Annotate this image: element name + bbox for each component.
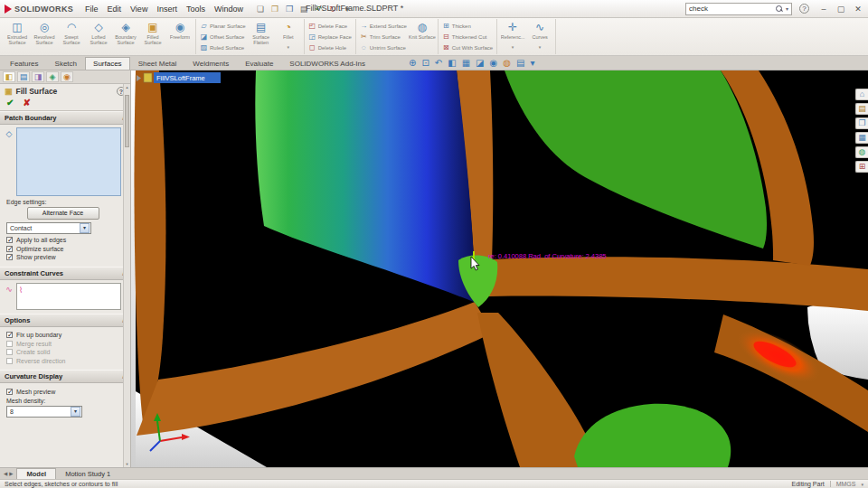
file-explorer-icon[interactable]: ❐ — [855, 117, 868, 129]
tab-scroll-left-icon[interactable]: ◀ — [4, 471, 7, 476]
ribbon-button[interactable]: ◰ Delete Face — [307, 21, 354, 32]
menu-item[interactable]: Tools — [182, 3, 210, 15]
section-header-curvature-display[interactable]: Curvature Display — [0, 370, 130, 383]
checkbox[interactable]: Fix up boundary — [6, 332, 121, 338]
search-icon[interactable] — [776, 5, 783, 13]
ribbon-button[interactable]: ◇ Lofted Surface — [85, 19, 112, 54]
commandmanager-tab[interactable]: Evaluate — [237, 57, 281, 70]
help-icon[interactable]: ? — [799, 4, 809, 14]
zoom-area-icon[interactable]: ⊡ — [421, 58, 429, 69]
flyout-feature-tree[interactable]: FillVSLoftFrame — [137, 72, 221, 83]
ribbon-button[interactable]: ◫ Extruded Surface — [4, 19, 31, 54]
units-label[interactable]: MMGS — [836, 481, 856, 487]
scrollbar-thumb[interactable] — [125, 95, 129, 147]
ok-button[interactable]: ✔ — [6, 98, 14, 108]
featuremanager-tab-icon[interactable]: ▤ — [17, 71, 30, 82]
menu-item[interactable]: Insert — [152, 3, 182, 15]
edit-appearance-icon[interactable]: ◍ — [503, 58, 511, 69]
tab-scroll-right-icon[interactable]: ▶ — [9, 471, 13, 476]
dock-tab[interactable]: Motion Study 1 — [56, 468, 119, 479]
menu-item[interactable]: File — [80, 3, 103, 15]
commandmanager-tab[interactable]: Surfaces — [85, 57, 130, 70]
ribbon-button[interactable]: ◌ Untrim Surface — [358, 42, 409, 53]
design-library-icon[interactable]: ▤ — [855, 103, 868, 115]
section-view-icon[interactable]: ◧ — [448, 58, 456, 69]
display-manager-tab-icon[interactable]: ◉ — [61, 71, 73, 82]
curvature-control-select[interactable]: Contact ▾ — [6, 222, 91, 234]
ribbon-button[interactable]: ✛ Referenc... ▾ — [499, 19, 526, 54]
section-header-constraint-curves[interactable]: Constraint Curves — [0, 267, 130, 280]
checkbox[interactable]: Apply to all edges — [6, 237, 121, 243]
ribbon-button[interactable]: ▤ Surface Flatten — [248, 19, 275, 54]
ribbon-button[interactable]: ▱ Planar Surface — [198, 21, 248, 32]
search-input[interactable] — [689, 5, 773, 13]
ribbon-button[interactable]: ◎ Revolved Surface — [31, 19, 58, 54]
search-chevron-down-icon[interactable]: ▾ — [786, 5, 788, 12]
scroll-up-icon[interactable]: ▲ — [126, 85, 129, 89]
checkbox[interactable]: Show preview — [6, 254, 121, 260]
ribbon-button[interactable]: ✂ Trim Surface — [358, 32, 409, 42]
ribbon-button[interactable]: ◔ Fillet ▾ — [275, 19, 302, 54]
menu-item[interactable]: Edit — [103, 3, 127, 15]
save-icon[interactable]: ❒ — [284, 5, 295, 14]
custom-properties-icon[interactable]: ⊞ — [855, 161, 868, 173]
mesh-density-select[interactable]: 8 ▾ — [6, 406, 82, 418]
graphics-viewport[interactable]: re: 0.410088 Rad. of Curvature: 2.4385 F… — [131, 70, 868, 467]
ribbon-button[interactable]: ◪ Offset Surface — [198, 32, 248, 42]
commandmanager-tab[interactable]: Features — [2, 57, 47, 70]
checkbox[interactable]: Reverse direction — [6, 358, 121, 364]
checkbox[interactable]: Mesh preview — [6, 389, 121, 395]
minimize-icon[interactable]: – — [818, 5, 829, 14]
hide-show-icon[interactable]: ◉ — [490, 58, 498, 69]
view-orientation-icon[interactable]: ▦ — [462, 58, 470, 69]
menu-item[interactable]: Window — [210, 3, 248, 15]
dimxpert-tab-icon[interactable]: ◈ — [46, 71, 59, 82]
zoom-fit-icon[interactable]: ⊕ — [409, 58, 416, 69]
menu-item[interactable]: View — [126, 3, 152, 15]
ribbon-button[interactable]: ◉ Freeform — [166, 19, 193, 54]
dock-tab[interactable]: Model — [16, 468, 56, 479]
solidworks-resources-icon[interactable]: ⌂ — [855, 89, 868, 100]
panel-scrollbar[interactable]: ▲ ▼ — [123, 84, 130, 467]
previous-view-icon[interactable]: ↶ — [435, 58, 442, 69]
ribbon-button[interactable]: ◻ Delete Hole — [307, 42, 354, 53]
view-settings-icon[interactable]: ▾ — [530, 58, 534, 69]
ribbon-button[interactable]: ◈ Boundary Surface — [112, 19, 139, 54]
apply-scene-icon[interactable]: ▤ — [516, 58, 524, 69]
checkbox[interactable]: Create solid — [6, 349, 121, 355]
constraint-curves-selection-list[interactable]: ⌇ — [16, 283, 121, 310]
commandmanager-tab[interactable]: Weldments — [184, 57, 237, 70]
commandmanager-tab[interactable]: SOLIDWORKS Add-Ins — [281, 57, 373, 70]
ribbon-button[interactable]: → Extend Surface — [358, 21, 409, 32]
flyout-part-name[interactable]: FillVSLoftFrame — [156, 74, 205, 82]
ribbon-button[interactable]: ◠ Swept Surface — [58, 19, 85, 54]
cancel-button[interactable]: ✘ — [23, 98, 30, 108]
display-style-icon[interactable]: ◪ — [476, 58, 484, 69]
units-chevron-icon[interactable]: ▾ — [861, 482, 863, 487]
commandmanager-tab[interactable]: Sketch — [47, 57, 85, 70]
section-header-patch-boundary[interactable]: Patch Boundary — [0, 111, 130, 125]
ribbon-button[interactable]: ◲ Replace Face — [307, 32, 354, 42]
section-header-options[interactable]: Options — [0, 314, 130, 327]
alternate-face-button[interactable]: Alternate Face — [27, 207, 99, 220]
ribbon-button[interactable]: ⊟ Thickened Cut — [440, 32, 495, 42]
close-icon[interactable]: ✕ — [853, 5, 863, 14]
configurations-tab-icon[interactable]: ◨ — [32, 71, 44, 82]
ribbon-button[interactable]: ▣ Filled Surface — [139, 19, 166, 54]
new-file-icon[interactable]: ❏ — [255, 5, 266, 14]
appearances-icon[interactable]: ◍ — [855, 146, 868, 158]
search-box[interactable]: ▾ — [685, 3, 792, 15]
ribbon-button[interactable]: ⊠ Cut With Surface — [440, 42, 495, 53]
ribbon-button[interactable]: ⊞ Thicken — [440, 21, 495, 32]
view-palette-icon[interactable]: ▦ — [855, 132, 868, 144]
propertymanager-tab-icon[interactable]: ◧ — [3, 71, 15, 82]
maximize-icon[interactable]: ▢ — [835, 5, 846, 14]
scroll-down-icon[interactable]: ▼ — [126, 462, 129, 466]
ribbon-button[interactable]: ◍ Knit Surface — [409, 19, 436, 54]
checkbox[interactable]: Optimize surface — [6, 246, 121, 252]
ribbon-button[interactable]: ∿ Curves ▾ — [526, 19, 553, 54]
patch-boundary-selection-list[interactable] — [16, 127, 121, 196]
checkbox[interactable]: Merge result — [6, 341, 121, 347]
open-file-icon[interactable]: ❐ — [269, 5, 280, 14]
ribbon-button[interactable]: ▨ Ruled Surface — [198, 42, 248, 53]
